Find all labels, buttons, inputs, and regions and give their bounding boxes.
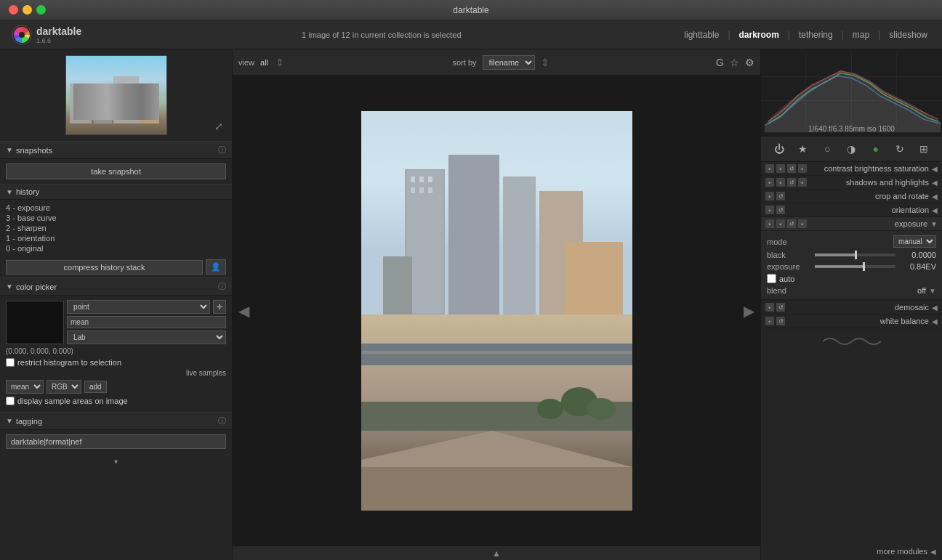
mc-reset-4[interactable]: ↺ [776,206,785,214]
chevron-down-icon[interactable]: ▾ [114,458,118,466]
auto-checkbox[interactable] [767,274,776,283]
star-icon[interactable]: ☆ [730,57,739,68]
snapshots-title: snapshots [16,146,218,155]
sort-chevron-icon: ⇕ [541,57,550,68]
module-demosaic[interactable]: ▪ ↺ demosaic ◀ [761,301,942,315]
nav-slideshow[interactable]: slideshow [886,28,930,41]
module-wb-name: white balance [785,317,929,325]
exposure-exposure-row: exposure 0.84EV [767,262,936,271]
view-all[interactable]: all [260,58,268,67]
power-icon[interactable]: ⏻ [771,141,787,157]
tag-input[interactable] [6,434,226,449]
mc-menu-1[interactable]: ▪ [776,164,785,173]
maximize-button[interactable] [36,5,46,15]
cp-rgb-select[interactable]: RGB [47,380,81,394]
mc-reset-exp[interactable]: ↺ [787,219,796,228]
left-panel-bottom: ▾ [0,453,232,470]
mc-preset-2[interactable]: ▪ [798,178,807,187]
mc-reset-1[interactable]: ↺ [787,164,796,173]
view-chevron-icon: ⇕ [275,57,284,68]
module-orientation[interactable]: ▪ ↺ orientation ◀ [761,203,942,217]
tagging-info-icon[interactable]: ⓘ [218,415,226,426]
module-white-balance[interactable]: ▪ ↺ white balance ◀ [761,315,942,328]
svg-rect-10 [419,187,424,193]
color-picker-section-header[interactable]: ▼ color picker ⓘ [0,277,232,296]
history-item-4[interactable]: 4 - exposure [6,203,226,213]
module-exposure-header[interactable]: ▪ ▪ ↺ ▪ exposure ▼ [761,217,942,231]
blend-row: blend off ▼ [767,286,936,295]
cp-mode-select[interactable]: point area [67,300,210,314]
exposure-mode-select[interactable]: manual auto [893,235,936,248]
mc-reset-3[interactable]: ↺ [776,192,785,200]
snapshots-section-header[interactable]: ▼ snapshots ⓘ [0,141,232,159]
history-title: history [16,187,226,196]
nav-links: lighttable | darkroom | tethering | map … [681,28,930,41]
star-module-icon[interactable]: ★ [795,141,811,157]
half-circle-icon[interactable]: ◑ [843,141,859,157]
module-cr-arrow: ◀ [932,192,938,200]
cp-display-checkbox-row: display sample areas on image [6,397,226,405]
tagging-section-header[interactable]: ▼ tagging ⓘ [0,412,232,430]
module-contrast-brightness-saturation[interactable]: ▪ ▪ ↺ ▪ contrast brightness saturation ◀ [761,162,942,176]
cp-display-checkbox[interactable] [6,397,15,405]
cp-add-button[interactable]: add [84,381,107,393]
cp-restrict-checkbox[interactable] [6,358,15,367]
filmstrip-toggle[interactable]: ▲ [233,545,760,560]
minimize-button[interactable] [23,5,32,15]
expand-icon[interactable]: ⤢ [214,121,223,132]
more-modules-link[interactable]: more modules [877,547,927,556]
compress-history-button[interactable]: compress history stack [6,260,203,275]
mc-toggle-4[interactable]: ▪ [765,206,774,214]
snapshots-info-icon[interactable]: ⓘ [218,145,226,155]
mc-toggle-1[interactable]: ▪ [765,164,774,173]
cp-mean-select[interactable]: mean [6,380,44,394]
mc-menu-2[interactable]: ▪ [776,178,785,187]
compress-history-icon-button[interactable]: 👤 [206,259,226,275]
cp-picker-button[interactable]: ✛ [213,300,226,314]
mc-toggle-2[interactable]: ▪ [765,178,774,187]
grid-module-icon[interactable]: ⊞ [916,141,932,157]
rotate-icon[interactable]: ↻ [892,141,908,157]
black-slider[interactable] [815,253,895,256]
prev-image-arrow[interactable]: ◀ [238,302,249,320]
cp-channel-input[interactable] [67,316,226,328]
history-item-2[interactable]: 2 - sharpen [6,223,226,233]
history-item-1[interactable]: 1 - orientation [6,233,226,243]
nav-lighttable[interactable]: lighttable [681,28,722,41]
take-snapshot-button[interactable]: take snapshot [6,163,226,179]
module-dem-arrow: ◀ [932,304,938,312]
nav-darkroom[interactable]: darkroom [736,28,782,41]
snapshots-arrow: ▼ [6,146,13,154]
grid-view-icon[interactable]: G [716,57,724,68]
mc-toggle-dem[interactable]: ▪ [765,303,774,312]
mc-toggle-exp[interactable]: ▪ [765,219,774,228]
cp-bottom-row: mean RGB add [6,380,226,394]
nav-map[interactable]: map [850,28,872,41]
module-shadows-highlights[interactable]: ▪ ▪ ↺ ▪ shadows and highlights ◀ [761,176,942,190]
cp-display-label: display sample areas on image [17,397,128,405]
cp-colorspace-select[interactable]: Lab RGB [67,330,226,344]
image-view: ◀ [233,76,760,545]
mc-preset-1[interactable]: ▪ [798,164,807,173]
settings-icon[interactable]: ⚙ [745,57,754,68]
history-item-0[interactable]: 0 - original [6,243,226,253]
mc-reset-wb[interactable]: ↺ [776,317,785,325]
color-picker-info-icon[interactable]: ⓘ [218,281,226,292]
mc-preset-exp[interactable]: ▪ [798,219,807,228]
module-crop-rotate[interactable]: ▪ ↺ crop and rotate ◀ [761,190,942,203]
close-button[interactable] [9,5,18,15]
nav-tethering[interactable]: tethering [796,28,836,41]
exposure-slider[interactable] [815,265,895,268]
history-item-3[interactable]: 3 - base curve [6,213,226,223]
sort-select[interactable]: filename date [483,55,535,70]
window-controls[interactable] [9,5,46,15]
mc-toggle-wb[interactable]: ▪ [765,317,774,325]
history-section-header[interactable]: ▼ history [0,184,232,200]
mc-reset-dem[interactable]: ↺ [776,303,785,312]
mc-reset-2[interactable]: ↺ [787,178,796,187]
mc-toggle-3[interactable]: ▪ [765,192,774,200]
next-image-arrow[interactable]: ▶ [744,302,754,320]
green-dot-icon[interactable]: ● [868,141,884,157]
mc-menu-exp[interactable]: ▪ [776,219,785,228]
circle-icon[interactable]: ○ [819,141,835,157]
